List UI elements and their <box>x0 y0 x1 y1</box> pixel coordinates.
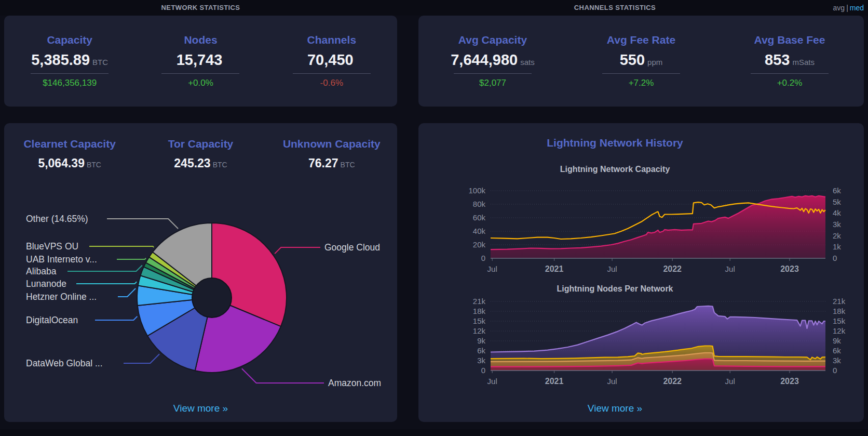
avg-med-toggle[interactable]: avg|med <box>833 4 864 12</box>
svg-text:15k: 15k <box>833 316 846 325</box>
capacity-breakdown-card: Clearnet Capacity 5,064.39BTC Tor Capaci… <box>4 123 397 422</box>
svg-text:80k: 80k <box>473 200 486 208</box>
divider <box>161 73 239 74</box>
svg-text:12k: 12k <box>473 326 486 335</box>
pie-leader-line <box>275 247 320 254</box>
pie-label: DigitalOcean <box>26 315 78 325</box>
svg-text:Jul: Jul <box>725 377 735 386</box>
svg-text:6k: 6k <box>477 346 485 355</box>
svg-text:2021: 2021 <box>545 265 564 273</box>
pie-leader-line <box>95 316 137 320</box>
svg-text:6k: 6k <box>833 186 841 195</box>
stat-label: Avg Capacity <box>418 34 567 46</box>
pie-leader-line <box>124 354 159 363</box>
svg-text:9k: 9k <box>833 336 841 345</box>
section-header-strip: NETWORK STATISTICS CHANNELS STATISTICS a… <box>0 0 868 16</box>
svg-text:0: 0 <box>481 254 485 262</box>
stat-unit: ppm <box>647 58 662 67</box>
stat-nodes: Nodes 15,743 +0.0% <box>135 34 266 88</box>
svg-text:21k: 21k <box>833 297 846 306</box>
pie-label: Google Cloud <box>324 242 380 253</box>
svg-text:3k: 3k <box>833 220 841 229</box>
svg-text:18k: 18k <box>833 307 846 315</box>
svg-text:6k: 6k <box>833 346 841 355</box>
stat-unit: mSats <box>792 58 815 67</box>
lightning-history-card: Lightning Network History Lightning Netw… <box>418 123 864 422</box>
network-statistics-card: Capacity 5,385.89BTC $146,356,139 Nodes … <box>4 16 397 107</box>
pie-label: BlueVPS OU <box>26 241 78 252</box>
svg-text:5k: 5k <box>833 197 841 206</box>
pie-label: Hetzner Online ... <box>26 292 97 302</box>
svg-text:2022: 2022 <box>663 377 682 386</box>
pie-leader-line <box>118 288 135 297</box>
svg-text:0: 0 <box>481 366 485 375</box>
stat-label: Capacity <box>4 34 135 46</box>
svg-text:2022: 2022 <box>663 265 682 273</box>
svg-text:0: 0 <box>833 254 837 262</box>
toggle-divider: | <box>846 4 848 12</box>
view-more-link[interactable]: View more » <box>4 403 397 414</box>
isp-pie-chart[interactable]: Google CloudAmazon.comDataWeb Global ...… <box>4 123 397 422</box>
svg-text:60k: 60k <box>473 213 486 222</box>
pie-label: DataWeb Global ... <box>26 358 103 368</box>
pie-label: Alibaba <box>26 266 57 276</box>
divider <box>454 73 532 74</box>
stat-change: $2,077 <box>418 78 567 88</box>
pie-leader-line <box>67 266 142 272</box>
pie-label: Lunanode <box>26 279 66 289</box>
stat-label: Avg Base Fee <box>715 34 864 46</box>
svg-text:100k: 100k <box>468 186 485 195</box>
divider <box>31 73 108 74</box>
stat-value: 853mSats <box>715 51 864 69</box>
stat-avg-fee-rate: Avg Fee Rate 550ppm +7.2% <box>567 34 715 88</box>
history-title: Lightning Network History <box>418 137 811 149</box>
pie-label: Other (14.65%) <box>26 214 88 224</box>
stat-change: +7.2% <box>567 78 715 88</box>
stat-avg-capacity: Avg Capacity 7,644,980sats $2,077 <box>418 34 567 88</box>
network-statistics-title: NETWORK STATISTICS <box>4 4 397 11</box>
svg-text:Jul: Jul <box>607 377 617 386</box>
svg-text:Jul: Jul <box>487 377 497 386</box>
svg-text:4k: 4k <box>833 208 841 217</box>
stat-change: +0.2% <box>715 78 864 88</box>
pie-leader-line <box>107 219 178 229</box>
bottom-section-strip <box>0 429 868 436</box>
stat-value: 7,644,980sats <box>418 51 567 69</box>
svg-text:Jul: Jul <box>487 265 497 273</box>
svg-text:Jul: Jul <box>725 265 735 273</box>
stat-channels: Channels 70,450 -0.6% <box>266 34 397 88</box>
svg-text:20k: 20k <box>473 240 486 249</box>
nodes-chart[interactable]: 21k18k15k12k9k6k3k021k18k15k12k9k6k3k0Ju… <box>418 294 864 395</box>
svg-text:9k: 9k <box>477 336 485 345</box>
channels-statistics-card: Avg Capacity 7,644,980sats $2,077 Avg Fe… <box>418 16 864 107</box>
stat-change: -0.6% <box>266 78 397 88</box>
svg-text:2023: 2023 <box>780 265 799 273</box>
med-option[interactable]: med <box>850 4 864 12</box>
nodes-chart-title: Lightning Nodes Per Network <box>418 284 811 294</box>
channels-statistics-title: CHANNELS STATISTICS <box>418 4 811 11</box>
divider <box>602 73 680 74</box>
stat-label: Nodes <box>135 34 266 46</box>
svg-text:18k: 18k <box>473 307 486 315</box>
stat-value: 15,743 <box>135 51 266 69</box>
svg-text:2023: 2023 <box>780 377 799 386</box>
stat-label: Avg Fee Rate <box>567 34 715 46</box>
capacity-chart[interactable]: 100k80k60k40k20k06k5k4k3k2k1k0Jul2021Jul… <box>418 183 864 282</box>
pie-label: Amazon.com <box>328 378 381 388</box>
view-more-link[interactable]: View more » <box>418 403 811 414</box>
stat-avg-base-fee: Avg Base Fee 853mSats +0.2% <box>715 34 864 88</box>
stat-capacity: Capacity 5,385.89BTC $146,356,139 <box>4 34 135 88</box>
svg-text:21k: 21k <box>473 297 486 306</box>
pie-leader-line <box>242 368 324 383</box>
svg-text:12k: 12k <box>833 326 846 335</box>
donut-hole <box>192 278 232 318</box>
stat-unit: sats <box>520 58 535 67</box>
divider <box>293 73 371 74</box>
avg-option[interactable]: avg <box>833 4 845 12</box>
svg-text:3k: 3k <box>833 356 841 365</box>
pie-leader-line <box>76 282 137 284</box>
svg-text:3k: 3k <box>477 356 485 365</box>
stat-value: 550ppm <box>567 51 715 69</box>
svg-text:1k: 1k <box>833 242 841 251</box>
pie-leader-line <box>117 258 146 259</box>
